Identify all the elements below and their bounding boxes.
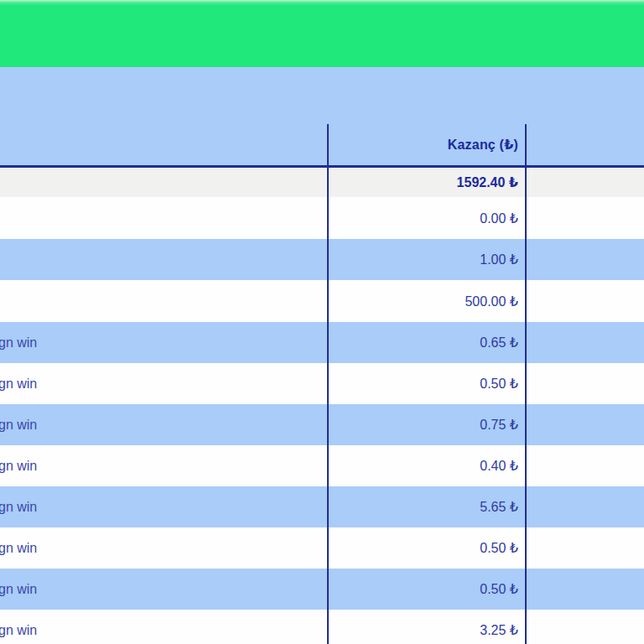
- table-row: gn win 0.75 ₺: [0, 404, 644, 445]
- kazanc-value: 1.00 ₺: [480, 252, 518, 267]
- kazanc-value: 3.25 ₺: [480, 622, 518, 638]
- name-cell: gn win: [0, 322, 327, 363]
- kazanc-value: 0.00 ₺: [480, 210, 518, 226]
- table-row: 500.00 ₺: [0, 280, 644, 322]
- table-row-total: 1592.40 ₺: [0, 168, 644, 197]
- top-green-banner: [0, 0, 644, 67]
- name-cell: [0, 239, 327, 280]
- row-name-label: gn win: [0, 335, 37, 351]
- table-header-row: Kazanç (₺): [0, 124, 644, 165]
- kazanc-cell: 1592.40 ₺: [327, 168, 527, 197]
- row-name-label: gn win: [0, 377, 37, 392]
- kazanc-cell: 0.50 ₺: [327, 363, 527, 404]
- row-name-label: gn win: [0, 459, 37, 474]
- kazanc-value: 500.00 ₺: [465, 293, 518, 309]
- row-name-label: gn win: [0, 500, 37, 515]
- rest-cell: [527, 363, 644, 404]
- rest-cell: [527, 404, 644, 445]
- kazanc-cell: 1.00 ₺: [327, 239, 527, 280]
- kazanc-value: 0.75 ₺: [480, 417, 518, 433]
- row-name-label: gn win: [0, 582, 37, 597]
- table-row: gn win 0.50 ₺: [0, 569, 644, 610]
- kazanc-cell: 0.40 ₺: [327, 445, 527, 486]
- kazanc-cell: 0.75 ₺: [327, 404, 527, 445]
- table-row: 1.00 ₺: [0, 239, 644, 280]
- name-cell: gn win: [0, 527, 327, 569]
- rest-cell: [527, 445, 644, 486]
- name-cell: gn win: [0, 363, 327, 404]
- name-cell: [0, 197, 327, 239]
- rest-cell: [527, 168, 644, 197]
- kazanc-cell: 500.00 ₺: [327, 280, 527, 322]
- kazanc-cell: 0.65 ₺: [327, 322, 527, 363]
- kazanc-value: 0.40 ₺: [480, 458, 518, 474]
- name-cell: gn win: [0, 569, 327, 610]
- rest-cell: [527, 486, 644, 527]
- kazanc-value: 0.50 ₺: [480, 581, 518, 597]
- kazanc-cell: 5.65 ₺: [327, 486, 527, 527]
- row-name-label: gn win: [0, 418, 37, 433]
- header-cell-rest: [527, 124, 644, 165]
- name-cell: gn win: [0, 404, 327, 445]
- name-cell: gn win: [0, 445, 327, 486]
- kazanc-column-header: Kazanç (₺): [448, 137, 518, 153]
- name-cell: gn win: [0, 610, 327, 644]
- table-row: gn win 0.50 ₺: [0, 527, 644, 569]
- table-row: gn win 3.25 ₺: [0, 610, 644, 644]
- table-row: 0.00 ₺: [0, 197, 644, 239]
- kazanc-value: 0.50 ₺: [480, 540, 518, 556]
- header-cell-kazanc: Kazanç (₺): [327, 124, 527, 165]
- kazanc-cell: 0.50 ₺: [327, 527, 527, 569]
- rest-cell: [527, 322, 644, 363]
- kazanc-value: 1592.40 ₺: [457, 174, 518, 190]
- rest-cell: [527, 569, 644, 610]
- header-cell-name: [0, 124, 327, 165]
- rest-cell: [527, 197, 644, 239]
- name-cell: [0, 168, 327, 197]
- rest-cell: [527, 239, 644, 280]
- table-header-band: [0, 67, 644, 124]
- page: Kazanç (₺) 1592.40 ₺ 0.00 ₺ 1.00 ₺ 500.0…: [0, 0, 644, 644]
- kazanc-cell: 0.50 ₺: [327, 569, 527, 610]
- row-name-label: gn win: [0, 541, 37, 556]
- kazanc-value: 0.50 ₺: [480, 376, 518, 392]
- kazanc-value: 5.65 ₺: [480, 499, 518, 515]
- kazanc-cell: 3.25 ₺: [327, 610, 527, 644]
- rest-cell: [527, 610, 644, 644]
- kazanc-value: 0.65 ₺: [480, 335, 518, 351]
- table-row: gn win 0.40 ₺: [0, 445, 644, 486]
- table-row: gn win 0.65 ₺: [0, 322, 644, 363]
- name-cell: [0, 280, 327, 322]
- rest-cell: [527, 527, 644, 569]
- table-row: gn win 5.65 ₺: [0, 486, 644, 527]
- row-name-label: gn win: [0, 623, 37, 638]
- table-row: gn win 0.50 ₺: [0, 363, 644, 404]
- rest-cell: [527, 280, 644, 322]
- kazanc-cell: 0.00 ₺: [327, 197, 527, 239]
- name-cell: gn win: [0, 486, 327, 527]
